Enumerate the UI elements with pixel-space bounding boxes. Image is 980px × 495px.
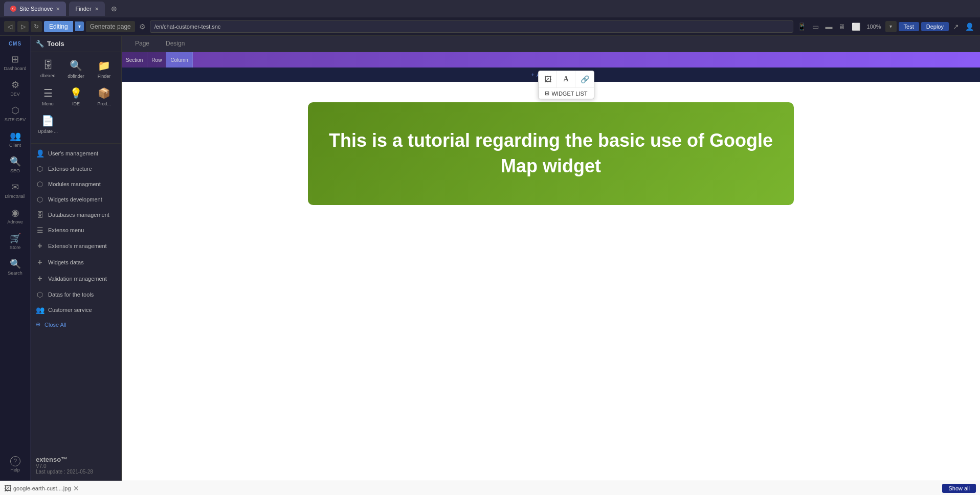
show-all-button[interactable]: Show all xyxy=(942,484,976,493)
menu-item-customer-service[interactable]: 👥 Customer service xyxy=(31,302,121,318)
dashboard-label: Dashboard xyxy=(4,66,26,71)
float-image-button[interactable]: 🖼 xyxy=(539,71,557,87)
dbexec-label: dbexec xyxy=(40,73,55,78)
tab-finder-close[interactable]: ✕ xyxy=(95,6,99,12)
modules-managment-label: Modules managment xyxy=(48,181,101,187)
extenso-version: V7.0 xyxy=(36,463,116,469)
tools-panel-title: Tools xyxy=(47,40,64,48)
mobile-icon[interactable]: 📱 xyxy=(795,21,808,32)
extenso-branding: extenso™ V7.0 Last update : 2021-05-28 xyxy=(31,449,121,481)
tablet-portrait-icon[interactable]: ▭ xyxy=(810,21,821,32)
tab-page[interactable]: Page xyxy=(127,37,158,51)
sidebar-item-dev[interactable]: ⚙ DEV xyxy=(0,75,30,101)
extenso-structure-icon: ⬡ xyxy=(36,165,44,173)
desktop-icon[interactable]: 🖥 xyxy=(836,21,848,32)
new-tab-button[interactable]: ⊕ xyxy=(108,3,120,15)
sidebar-item-site-dev[interactable]: ⬡ SITE-DEV xyxy=(0,101,30,126)
zoom-dropdown-button[interactable]: ▾ xyxy=(885,21,897,32)
nav-refresh-button[interactable]: ↻ xyxy=(31,21,42,32)
dev-label: DEV xyxy=(10,92,20,97)
tab-finder[interactable]: Finder ✕ xyxy=(69,2,104,16)
status-file-close[interactable]: ✕ xyxy=(73,484,79,492)
tool-dbfinder[interactable]: 🔍 dbfinder xyxy=(63,56,89,82)
zoom-level: 100% xyxy=(864,24,883,30)
deploy-button[interactable]: Deploy xyxy=(921,22,949,31)
breadcrumb-section: Section xyxy=(122,52,147,68)
float-text-button[interactable]: A xyxy=(557,71,575,87)
section-purple[interactable]: Section Row Column xyxy=(122,52,980,68)
url-input[interactable] xyxy=(150,20,794,33)
menu-item-widgets-datas[interactable]: + Widgets datas xyxy=(31,254,121,271)
prod-icon: 📦 xyxy=(98,87,110,99)
tablet-landscape-icon[interactable]: ▬ xyxy=(823,21,834,32)
tool-update[interactable]: 📄 Update ... xyxy=(35,111,61,137)
main-area: CMS ⊞ Dashboard ⚙ DEV ⬡ SITE-DEV 👥 Clien… xyxy=(0,36,980,481)
test-button[interactable]: Test xyxy=(899,22,919,31)
tool-finder[interactable]: 📁 Finder xyxy=(91,56,117,82)
sidebar-item-help[interactable]: ? Help xyxy=(8,452,23,477)
floating-toolbar-row-2: ⊞ WIDGET LIST xyxy=(539,88,594,99)
close-all-icon: ⊕ xyxy=(36,321,40,328)
store-icon: 🛒 xyxy=(10,233,21,244)
dashboard-icon: ⊞ xyxy=(11,54,19,65)
customer-service-icon: 👥 xyxy=(36,306,44,314)
tool-prod[interactable]: 📦 Prod... xyxy=(91,84,117,109)
ide-icon: 💡 xyxy=(70,87,82,99)
tab-sednove-close[interactable]: ✕ xyxy=(56,6,60,12)
close-all-button[interactable]: ⊕ Close All xyxy=(31,318,121,331)
floating-toolbar: 🖼 A 🔗 ⊞ WIDGET LIST xyxy=(538,71,594,99)
user-icon[interactable]: 👤 xyxy=(963,21,976,32)
sidebar-item-dashboard[interactable]: ⊞ Dashboard xyxy=(0,50,30,75)
widescreen-icon[interactable]: ⬜ xyxy=(850,21,862,32)
widgets-datas-label: Widgets datas xyxy=(48,259,84,265)
menu-item-widgets-development[interactable]: ⬡ Widgets development xyxy=(31,192,121,207)
menu-item-extenso-menu[interactable]: ☰ Extenso menu xyxy=(31,222,121,238)
green-banner: This is a tutorial regarding the basic u… xyxy=(308,102,794,205)
tool-menu[interactable]: ☰ Menu xyxy=(35,84,61,109)
menu-item-databases-management[interactable]: 🗄 Databases management xyxy=(31,207,121,222)
tab-design[interactable]: Design xyxy=(158,37,193,51)
seo-icon: 🔍 xyxy=(10,156,21,167)
menu-item-users-management[interactable]: 👤 User's management xyxy=(31,146,121,161)
datas-for-tools-icon: ⬡ xyxy=(36,290,44,299)
dev-icon: ⚙ xyxy=(11,79,19,91)
tab-design-label: Design xyxy=(166,40,185,47)
menu-item-extensos-management[interactable]: + Extenso's management xyxy=(31,238,121,254)
widgets-development-icon: ⬡ xyxy=(36,195,44,204)
widget-list-label: WIDGET LIST xyxy=(551,91,587,97)
validation-management-label: Validation management xyxy=(48,276,107,282)
toolbar-right: 📱 ▭ ▬ 🖥 ⬜ 100% ▾ Test Deploy ↗ 👤 xyxy=(795,21,976,32)
external-link-icon[interactable]: ↗ xyxy=(951,21,961,32)
menu-item-modules-managment[interactable]: ⬡ Modules managment xyxy=(31,176,121,192)
menu-item-datas-for-tools[interactable]: ⬡ Datas for the tools xyxy=(31,287,121,302)
sidebar-item-adnove[interactable]: ◉ Adnove xyxy=(0,203,30,229)
nav-back-button[interactable]: ◁ xyxy=(4,21,15,32)
content-area: Section Row Column 🖼 A xyxy=(122,52,980,481)
help-icon: ? xyxy=(10,456,20,466)
databases-management-icon: 🗄 xyxy=(36,211,44,219)
modules-managment-icon: ⬡ xyxy=(36,180,44,188)
generate-page-button[interactable]: Generate page xyxy=(86,21,135,32)
tab-page-label: Page xyxy=(135,40,149,47)
tool-dbexec[interactable]: 🗄 dbexec xyxy=(35,56,61,82)
menu-item-validation-management[interactable]: + Validation management xyxy=(31,271,121,287)
nav-forward-button[interactable]: ▷ xyxy=(17,21,29,32)
page-tab-bar: Page Design xyxy=(122,36,980,52)
sidebar-item-search[interactable]: 🔍 Search xyxy=(0,254,30,280)
tool-ide[interactable]: 💡 IDE xyxy=(63,84,89,109)
editing-button[interactable]: Editing xyxy=(44,21,73,32)
sidebar-item-seo[interactable]: 🔍 SEO xyxy=(0,152,30,177)
widget-list-button[interactable]: ⊞ WIDGET LIST xyxy=(539,88,594,99)
cms-logo: CMS xyxy=(9,38,21,50)
float-link-button[interactable]: 🔗 xyxy=(575,71,594,87)
status-file-name: google-earth-cust....jpg xyxy=(13,485,71,491)
editing-dropdown-button[interactable]: ▾ xyxy=(75,21,84,31)
sidebar-item-store[interactable]: 🛒 Store xyxy=(0,229,30,254)
menu-item-extenso-structure[interactable]: ⬡ Extenso structure xyxy=(31,161,121,176)
sidebar-item-directmail[interactable]: ✉ DirectMail xyxy=(0,177,30,203)
settings-gear-icon[interactable]: ⚙ xyxy=(137,22,148,31)
sidebar-item-client[interactable]: 👥 Client xyxy=(0,126,30,152)
menu-icon: ☰ xyxy=(43,87,53,99)
tab-sednove[interactable]: S Site Sednove ✕ xyxy=(4,2,66,16)
extensos-management-label: Extenso's management xyxy=(48,243,107,249)
